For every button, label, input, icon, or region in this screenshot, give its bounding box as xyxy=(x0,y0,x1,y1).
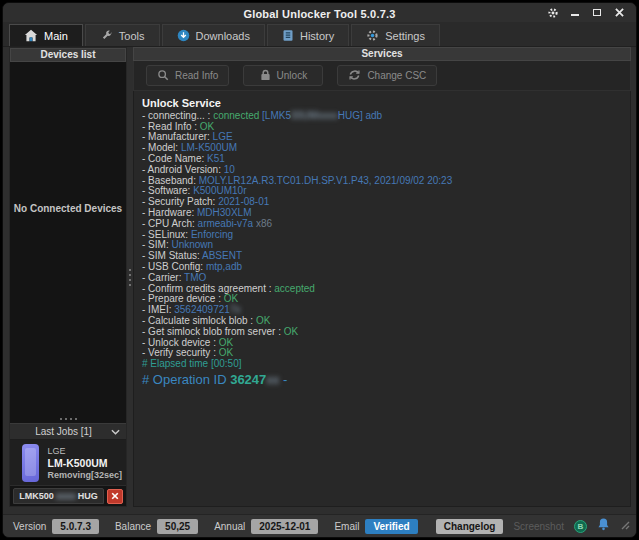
log-segment: K51 xyxy=(207,153,225,164)
refresh-icon xyxy=(348,69,361,83)
log-segment: OK xyxy=(200,121,214,132)
resize-grip[interactable] xyxy=(620,516,630,534)
change-csc-button[interactable]: Change CSC xyxy=(337,65,437,86)
log-segment: - Manufacturer: xyxy=(142,131,213,142)
log-segment: - Verify security : xyxy=(142,347,219,358)
log-segment: ABSENT xyxy=(202,250,242,261)
log-segment: - Hardware: xyxy=(142,207,197,218)
unlock-button[interactable]: Unlock xyxy=(243,65,323,86)
tab-main[interactable]: Main xyxy=(9,24,83,46)
log-segment: 10 xyxy=(224,164,235,175)
log-segment: - Carrier: xyxy=(142,272,184,283)
log-segment: 7x xyxy=(230,304,241,315)
job-model: LM-K500UM xyxy=(47,457,122,469)
read-info-button[interactable]: Read Info xyxy=(146,65,229,86)
chip-censored: xxxx xyxy=(56,491,76,501)
log-line: # Elapsed time [00:50] xyxy=(142,359,630,370)
devices-empty-area: No Connected Devices xyxy=(10,62,126,415)
tab-downloads[interactable]: Downloads xyxy=(162,24,265,46)
screenshot-button[interactable]: Screenshot xyxy=(513,521,564,532)
tab-label: Main xyxy=(44,30,68,42)
no-connected-devices-text: No Connected Devices xyxy=(14,203,122,214)
log-segment: 00UMxxxx xyxy=(291,110,338,121)
log-segment: - Android Version: xyxy=(142,164,224,175)
log-output: Unlock Service - connecting... : connect… xyxy=(133,91,631,507)
chip-prefix: LMK500 xyxy=(19,491,54,501)
tab-label: Downloads xyxy=(196,30,250,42)
title-bar: Global Unlocker Tool 5.0.7.3 xyxy=(3,3,636,22)
log-segment: LGE xyxy=(213,131,233,142)
button-label: Unlock xyxy=(277,70,308,81)
log-segment: 36247 xyxy=(230,372,266,387)
device-id-chip[interactable]: LMK500 xxxx HUG xyxy=(13,488,104,504)
wrench-icon xyxy=(100,29,113,42)
chip-close-button[interactable] xyxy=(107,489,123,504)
log-segment: xx xyxy=(266,372,279,387)
tab-settings[interactable]: Settings xyxy=(351,24,440,46)
log-line: - USB Config: mtp,adb xyxy=(142,262,630,273)
log-segment: x86 xyxy=(253,218,272,229)
device-chip-row: LMK500 xxxx HUG xyxy=(10,486,126,506)
log-line: - connecting... : connected [LMK500UMxxx… xyxy=(142,111,630,122)
log-segment: - Code Name: xyxy=(142,153,207,164)
log-segment: OK xyxy=(224,293,238,304)
magnifier-icon xyxy=(157,69,169,83)
last-job-item[interactable]: LGE LM-K500UM Removing[32sec] xyxy=(10,440,126,486)
changelog-button[interactable]: Changelog xyxy=(436,519,504,534)
log-segment: MDH30XLM xyxy=(197,207,251,218)
log-line: # Operation ID 36247xx - xyxy=(142,372,630,387)
last-jobs-dropdown[interactable]: Last Jobs [1] xyxy=(10,423,126,440)
log-segment: # Operation ID xyxy=(142,372,230,387)
log-segment: - SIM: xyxy=(142,239,171,250)
tab-tools[interactable]: Tools xyxy=(85,24,160,46)
log-segment: [LMK5 xyxy=(259,110,291,121)
tab-label: Settings xyxy=(385,30,425,42)
log-line: - SELinux: Enforcing xyxy=(142,230,630,241)
window-title: Global Unlocker Tool 5.0.7.3 xyxy=(3,8,636,20)
log-segment: - IMEI: xyxy=(142,304,174,315)
log-segment: - SIM Status: xyxy=(142,250,202,261)
log-segment: - CPU Arch: xyxy=(142,218,198,229)
chevron-down-icon xyxy=(111,426,120,437)
log-segment: Unknown xyxy=(171,239,213,250)
log-segment: - USB Config: xyxy=(142,261,206,272)
log-segment: OK xyxy=(256,315,270,326)
log-segment: - connecting... : xyxy=(142,110,213,121)
log-segment: - Prepare device : xyxy=(142,293,224,304)
main-content: Devices list No Connected Devices Last J… xyxy=(3,47,636,513)
log-segment: accepted xyxy=(274,283,315,294)
log-segment: OK xyxy=(284,326,298,337)
tab-bar: MainToolsDownloadsHistorySettings xyxy=(3,22,636,47)
history-icon xyxy=(282,29,294,42)
log-segment: - SELinux: xyxy=(142,229,191,240)
home-icon xyxy=(24,29,38,42)
log-segment: armeabi-v7a xyxy=(198,218,254,229)
button-label: Read Info xyxy=(175,70,218,81)
status-label-balance: Balance xyxy=(115,521,151,532)
log-segment: mtp,adb xyxy=(206,261,242,272)
log-segment: 3562409721 xyxy=(174,304,230,315)
gear-icon xyxy=(366,29,379,42)
horizontal-splitter-handle[interactable] xyxy=(10,415,126,423)
status-value-annual: 2025-12-01 xyxy=(251,519,318,534)
log-segment: - Confirm credits agreement : xyxy=(142,283,274,294)
tab-label: History xyxy=(300,30,334,42)
lock-icon xyxy=(260,69,271,83)
log-segment: OK xyxy=(219,347,233,358)
log-segment: 2021-08-01 xyxy=(218,196,269,207)
log-segment: - xyxy=(279,372,287,387)
notifications-bell-icon[interactable] xyxy=(597,517,610,535)
log-segment: TMO xyxy=(184,272,206,283)
log-segment: OK xyxy=(219,337,233,348)
balance-coin-icon[interactable]: B xyxy=(574,520,587,533)
log-segment: HUG] adb xyxy=(338,110,382,121)
phone-icon xyxy=(22,444,39,482)
log-segment: - Calculate simlock blob : xyxy=(142,315,256,326)
tab-history[interactable]: History xyxy=(267,24,349,46)
tab-label: Tools xyxy=(119,30,145,42)
log-title: Unlock Service xyxy=(142,98,630,109)
log-segment: LM-K500UM xyxy=(181,142,237,153)
log-segment: K500UM10r xyxy=(193,185,246,196)
log-segment: - Get simlock blob from server : xyxy=(142,326,284,337)
log-segment: # Elapsed time [00:50] xyxy=(142,358,242,369)
